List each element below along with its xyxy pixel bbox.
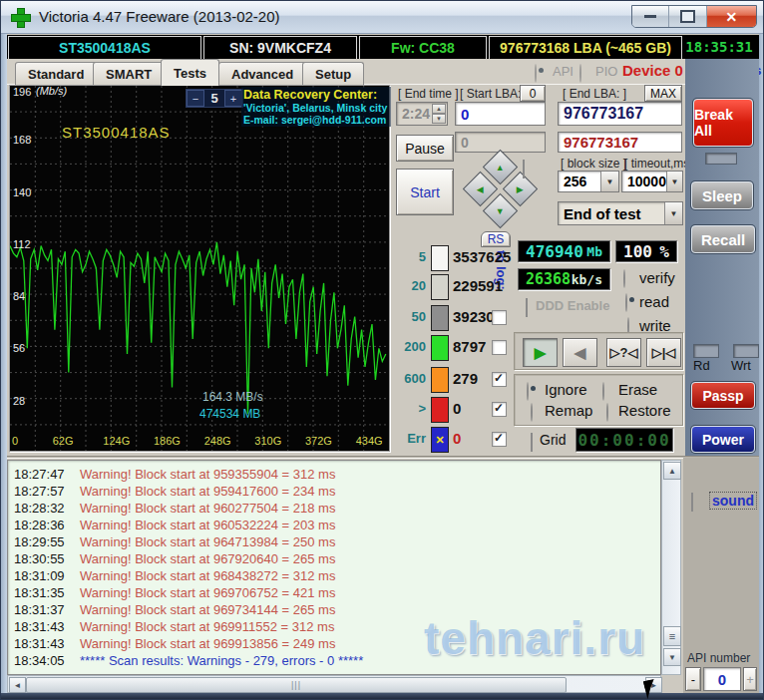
read-radio[interactable] xyxy=(625,293,627,312)
sleep-button[interactable]: Sleep xyxy=(691,181,753,209)
end-time-spin-buttons[interactable]: ▲▼ xyxy=(432,104,446,124)
pause-button[interactable]: Pause xyxy=(396,135,454,162)
wrt-indicator xyxy=(733,344,759,358)
position-mb-lcd: 476940 Mb xyxy=(518,240,610,262)
api-plus-button[interactable]: + xyxy=(743,667,757,691)
log-entry[interactable]: 18:31:37Warning! Block start at 96973414… xyxy=(8,601,660,618)
grid-checkbox[interactable] xyxy=(531,433,533,452)
zero-button[interactable]: 0 xyxy=(520,85,546,102)
api-radio[interactable] xyxy=(535,64,537,83)
tab-setup[interactable]: Setup xyxy=(302,62,364,85)
erase-radio[interactable] xyxy=(602,382,604,401)
api-minus-button[interactable]: - xyxy=(685,667,701,691)
end-lba-input[interactable]: 976773167 xyxy=(558,102,682,126)
to-log-checkbox[interactable] xyxy=(492,372,507,387)
device-label[interactable]: Device 0 xyxy=(622,62,683,79)
ignore-radio[interactable] xyxy=(527,382,529,401)
x-tick-label: 62G xyxy=(53,435,74,447)
title-bar[interactable]: Victoria 4.47 Freeware (2013-02-20) ✕ xyxy=(1,1,764,34)
to-log-checkbox[interactable] xyxy=(492,340,507,355)
log-entry[interactable]: 18:31:43Warning! Block start at 96991385… xyxy=(8,635,660,652)
timer-value: 00:00:00 xyxy=(577,431,670,450)
drive-firmware: Fw: CC38 xyxy=(359,36,487,60)
timeout-dropdown[interactable]: 10000▼ xyxy=(621,171,683,192)
log-entry-message: Warning! Block start at 960277504 = 218 … xyxy=(80,501,335,516)
banner-city: 'Victoria', Belarus, Minsk city xyxy=(243,102,389,114)
log-entry[interactable]: 18:31:35Warning! Block start at 96970675… xyxy=(8,584,660,601)
to-log-checkbox[interactable] xyxy=(492,402,507,417)
tab-smart[interactable]: SMART xyxy=(93,62,165,85)
tab-standard[interactable]: Standard xyxy=(15,62,97,85)
power-button[interactable]: Power xyxy=(691,426,755,453)
zoom-plus-button[interactable]: + xyxy=(224,90,242,107)
log-entry[interactable]: 18:28:32Warning! Block start at 96027750… xyxy=(8,500,660,517)
busy-indicator xyxy=(705,153,737,165)
banner: Data Recovery Center: 'Victoria', Belaru… xyxy=(241,87,391,127)
to-log-checkbox[interactable] xyxy=(492,432,507,447)
sound-checkbox[interactable] xyxy=(691,493,693,512)
play-button[interactable]: ▶ xyxy=(523,338,558,367)
log-entry[interactable]: 18:27:57Warning! Block start at 95941760… xyxy=(8,483,660,500)
break-all-button[interactable]: Break All xyxy=(693,99,753,147)
log-entry[interactable]: 18:31:43Warning! Block start at 96991155… xyxy=(8,618,660,635)
end-time-spinner[interactable]: 2:24 ▲▼ xyxy=(396,102,448,126)
minimize-button[interactable] xyxy=(632,6,669,27)
log-panel[interactable]: 18:27:47Warning! Block start at 95935590… xyxy=(7,460,661,675)
passp-button[interactable]: Passp xyxy=(691,382,755,409)
log-vscrollbar[interactable]: ▲ ≡ ▼ xyxy=(661,460,681,675)
log-entry[interactable]: 18:34:05***** Scan results: Warnings - 2… xyxy=(8,652,660,669)
zoom-minus-button[interactable]: − xyxy=(187,90,204,107)
speed-value: 26368 xyxy=(526,270,571,288)
seek-edge-button[interactable]: ▷|◁ xyxy=(646,338,681,367)
x-tick-label: 124G xyxy=(103,435,130,447)
seek-option-checkbox[interactable] xyxy=(523,160,525,178)
log-hscrollbar[interactable]: ◄ ||| ► xyxy=(7,675,661,693)
log-entry[interactable]: 18:31:09Warning! Block start at 96843827… xyxy=(8,567,660,584)
verify-radio[interactable] xyxy=(623,269,625,288)
hscroll-thumb[interactable]: ||| xyxy=(26,677,567,693)
remap-radio[interactable] xyxy=(531,403,533,422)
close-icon: ✕ xyxy=(726,9,738,25)
dropdown-arrow-icon[interactable]: ▼ xyxy=(664,202,682,224)
end-time-label: [ End time ] xyxy=(398,87,459,101)
histogram-bin-swatch xyxy=(431,245,449,271)
block-size-dropdown[interactable]: 256▼ xyxy=(558,171,619,192)
histogram-bin-swatch xyxy=(431,274,449,300)
scroll-up-button[interactable]: ▲ xyxy=(663,462,681,480)
block-size-label: [ block size ] xyxy=(561,157,626,171)
seek-left-icon: ◀ xyxy=(477,183,484,193)
tab-advanced[interactable]: Advanced xyxy=(218,62,306,85)
tab-tests[interactable]: Tests xyxy=(161,59,219,86)
start-button[interactable]: Start xyxy=(396,169,454,215)
scroll-left-button[interactable]: ◄ xyxy=(9,677,26,693)
y-tick-label: 56 xyxy=(13,342,25,354)
end-action-dropdown[interactable]: End of test▼ xyxy=(558,201,683,225)
scroll-menu-button[interactable]: ≡ xyxy=(663,626,681,646)
seek-question-button[interactable]: ▷?◁ xyxy=(606,338,641,367)
log-entry-message: Warning! Block start at 969913856 = 249 … xyxy=(80,636,335,651)
log-entry-time: 18:27:47 xyxy=(8,467,80,482)
log-entry[interactable]: 18:27:47Warning! Block start at 95935590… xyxy=(8,466,660,483)
scroll-up-icon: ▲ xyxy=(668,467,676,476)
to-log-checkbox[interactable] xyxy=(492,310,507,325)
back-button[interactable]: ◀ xyxy=(563,338,597,367)
ddd-enable-checkbox[interactable] xyxy=(526,298,528,317)
start-lba-input[interactable]: 0 xyxy=(455,102,546,126)
restore-radio[interactable] xyxy=(606,403,608,422)
window-title: Victoria 4.47 Freeware (2013-02-20) xyxy=(39,8,280,25)
spin-up-icon[interactable]: ▲ xyxy=(432,104,446,114)
recall-button[interactable]: Recall xyxy=(691,225,755,253)
dropdown-arrow-icon[interactable]: ▼ xyxy=(600,172,618,191)
rd-label: Rd xyxy=(693,358,710,373)
spin-down-icon[interactable]: ▼ xyxy=(432,114,446,124)
log-entry[interactable]: 18:28:36Warning! Block start at 96053222… xyxy=(8,517,660,533)
max-button[interactable]: MAX xyxy=(644,85,682,102)
close-button[interactable]: ✕ xyxy=(707,6,756,27)
scroll-down-button[interactable]: ▼ xyxy=(663,648,681,666)
log-entry[interactable]: 18:29:55Warning! Block start at 96471398… xyxy=(8,533,660,550)
dropdown-arrow-icon[interactable]: ▼ xyxy=(666,172,682,191)
maximize-button[interactable] xyxy=(669,6,706,27)
verify-label: verify xyxy=(639,269,675,286)
log-entry[interactable]: 18:30:55Warning! Block start at 96792064… xyxy=(8,550,660,567)
pio-radio[interactable] xyxy=(579,64,581,83)
